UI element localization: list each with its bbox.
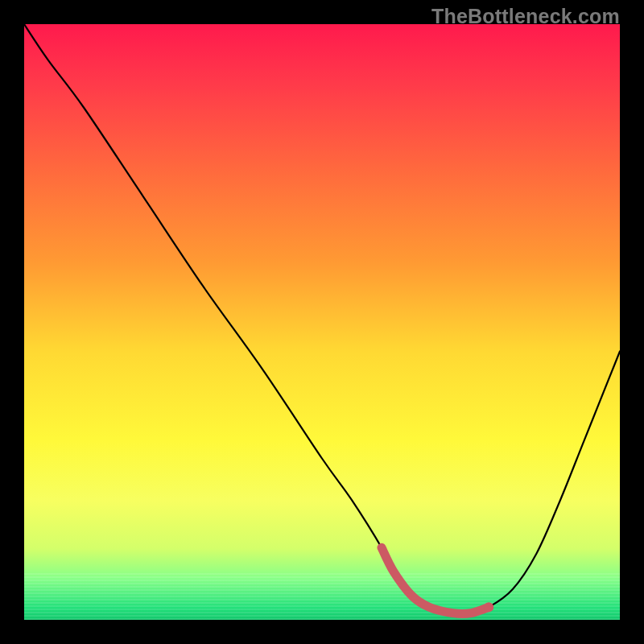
- curve-svg: [24, 24, 620, 620]
- bottleneck-curve: [24, 24, 620, 614]
- bottom-stripe-band: [24, 573, 620, 620]
- chart-frame: TheBottleneck.com: [0, 0, 644, 644]
- optimal-end-dot: [484, 602, 493, 612]
- optimal-range-marker: [382, 547, 489, 613]
- plot-area: [24, 24, 620, 620]
